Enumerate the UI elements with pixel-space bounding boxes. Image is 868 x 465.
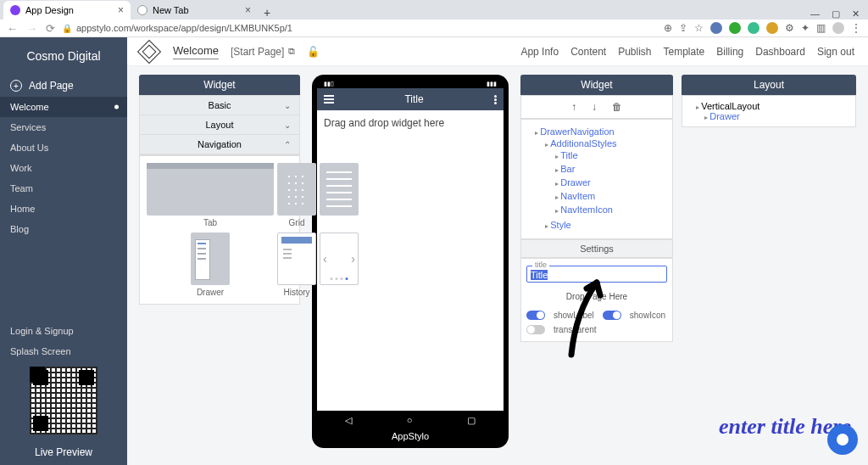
accordion-layout[interactable]: Layout⌄ xyxy=(140,115,299,135)
tree-item[interactable]: AdditionalStyles Title Bar Drawer NavIte… xyxy=(545,137,669,218)
move-down-icon[interactable]: ↓ xyxy=(592,101,597,113)
tree-item[interactable]: Drawer xyxy=(555,176,669,189)
android-home-icon[interactable]: ○ xyxy=(407,415,413,425)
top-nav: App Info Content Publish Template Billin… xyxy=(520,46,854,58)
sidebar-item-label: Home xyxy=(10,204,35,214)
unlock-icon[interactable]: 🔓 xyxy=(307,46,320,58)
reading-list-icon[interactable]: ▥ xyxy=(816,22,826,34)
signal-icon: ▮▮▯ xyxy=(324,81,334,87)
tree-root[interactable]: DrawerNavigation AdditionalStyles Title … xyxy=(535,125,669,233)
toggle-showlabel[interactable] xyxy=(526,311,545,320)
accordion-basic[interactable]: Basic⌄ xyxy=(140,96,299,115)
address-bar[interactable]: 🔒 appstylo.com/workspace/app/design/LKMB… xyxy=(62,21,359,35)
copy-icon[interactable]: ⧉ xyxy=(288,46,295,57)
menu-icon[interactable]: ⋮ xyxy=(851,22,861,34)
chat-fab[interactable] xyxy=(827,424,858,455)
extensions-icon[interactable]: ⚙ xyxy=(785,22,794,34)
reload-icon[interactable]: ⟳ xyxy=(46,22,55,35)
android-recent-icon[interactable]: ▢ xyxy=(467,415,476,426)
sidebar-item-welcome[interactable]: Welcome xyxy=(0,97,127,117)
forward-icon[interactable]: → xyxy=(26,22,37,35)
drop-page-zone[interactable]: Drop Page Here xyxy=(526,288,667,305)
sidebar-item-home[interactable]: Home xyxy=(0,199,127,219)
page-tab-welcome[interactable]: Welcome xyxy=(173,44,219,59)
profile-icon[interactable] xyxy=(832,22,844,34)
hamburger-icon[interactable] xyxy=(324,95,334,104)
nav-billing[interactable]: Billing xyxy=(716,46,743,58)
nav-signout[interactable]: Sign out xyxy=(817,46,854,58)
sidebar-item-work[interactable]: Work xyxy=(0,158,127,178)
title-input[interactable] xyxy=(531,270,663,280)
start-page-indicator[interactable]: [Start Page] ⧉ xyxy=(231,46,295,58)
browser-tab-active[interactable]: App Design × xyxy=(3,1,131,20)
history-thumb-icon xyxy=(277,232,316,285)
accordion-navigation[interactable]: Navigation⌃ xyxy=(140,135,299,154)
tree-item[interactable]: NavItemIcon xyxy=(555,203,669,216)
tree-label: NavItemIcon xyxy=(560,204,613,215)
ext-icon[interactable] xyxy=(766,22,778,34)
ext-icon[interactable] xyxy=(748,22,760,34)
sidebar-splash[interactable]: Splash Screen xyxy=(0,341,127,361)
phone-status-bar: ▮▮▯▮▮▮ xyxy=(317,80,504,88)
widget-panel-title: Widget xyxy=(520,75,673,95)
layout-item[interactable]: Drawer xyxy=(704,111,850,121)
minimize-icon[interactable]: — xyxy=(810,8,820,20)
kebab-icon[interactable] xyxy=(494,95,497,104)
tree-item[interactable]: NavItem xyxy=(555,189,669,203)
widget-drawer[interactable]: Drawer xyxy=(147,232,274,297)
ext-icon[interactable] xyxy=(710,22,722,34)
sidebar-item-blog[interactable]: Blog xyxy=(0,219,127,239)
layout-root[interactable]: VerticalLayout Drawer xyxy=(696,101,850,121)
close-window-icon[interactable]: ✕ xyxy=(852,8,860,20)
tree-item[interactable]: Style xyxy=(545,218,669,232)
widget-grid-item[interactable]: Grid xyxy=(277,163,316,227)
nav-content[interactable]: Content xyxy=(570,46,606,58)
browser-tab[interactable]: New Tab × xyxy=(131,1,258,20)
toggle-transparent[interactable] xyxy=(526,325,545,334)
sidebar-item-about[interactable]: About Us xyxy=(0,137,127,158)
add-page-button[interactable]: + Add Page xyxy=(0,75,127,97)
maximize-icon[interactable]: ▢ xyxy=(832,8,840,20)
star-icon[interactable]: ☆ xyxy=(694,22,704,34)
live-preview-button[interactable]: Live Preview xyxy=(0,440,127,465)
sidebar-item-services[interactable]: Services xyxy=(0,117,127,137)
share-icon[interactable]: ⇪ xyxy=(679,22,687,34)
sidebar-item-label: Team xyxy=(10,183,33,193)
sidebar-item-label: Splash Screen xyxy=(10,346,71,356)
chevron-down-icon: ⌄ xyxy=(284,120,291,130)
sidebar-item-team[interactable]: Team xyxy=(0,178,127,199)
list-thumb-icon xyxy=(320,163,359,216)
topbar: Welcome [Start Page] ⧉ 🔓 App Info Conten… xyxy=(127,37,868,66)
toggle-row: transparent xyxy=(526,325,667,334)
back-icon[interactable]: ← xyxy=(7,22,18,35)
trash-icon[interactable]: 🗑 xyxy=(612,101,622,113)
widget-tab[interactable]: Tab xyxy=(147,163,274,227)
main-area: Welcome [Start Page] ⧉ 🔓 App Info Conten… xyxy=(127,37,868,465)
layout-tree: VerticalLayout Drawer xyxy=(682,95,856,127)
nav-template[interactable]: Template xyxy=(664,46,705,58)
close-icon[interactable]: × xyxy=(245,4,251,16)
toggle-label: showIcon xyxy=(630,311,665,320)
sidebar-login-signup[interactable]: Login & Signup xyxy=(0,321,127,341)
ext-icon[interactable] xyxy=(729,22,741,34)
toggle-showicon[interactable] xyxy=(603,311,621,320)
nav-dashboard[interactable]: Dashboard xyxy=(755,46,805,58)
tree-item[interactable]: Bar xyxy=(555,162,669,176)
new-tab-button[interactable]: + xyxy=(258,6,276,20)
close-icon[interactable]: × xyxy=(118,4,124,16)
widget-history[interactable]: History xyxy=(277,232,316,297)
phone-title: Title xyxy=(334,93,494,105)
phone-app-bar[interactable]: Title xyxy=(317,88,504,110)
nav-app-info[interactable]: App Info xyxy=(520,46,559,58)
tree-item[interactable]: Title xyxy=(555,148,669,162)
puzzle-icon[interactable]: ✦ xyxy=(801,22,810,34)
install-icon[interactable]: ⊕ xyxy=(664,22,672,34)
title-field-wrap: title xyxy=(526,266,667,283)
move-up-icon[interactable]: ↑ xyxy=(571,101,576,113)
toggle-row: showLabel showIcon xyxy=(526,311,667,320)
widget-lib-title: Widget xyxy=(139,75,300,95)
nav-publish[interactable]: Publish xyxy=(618,46,651,58)
android-back-icon[interactable]: ◁ xyxy=(345,415,352,426)
window-controls: — ▢ ✕ xyxy=(802,8,868,20)
browser-chrome: App Design × New Tab × + — ▢ ✕ ← → ⟳ 🔒 a… xyxy=(0,0,868,37)
